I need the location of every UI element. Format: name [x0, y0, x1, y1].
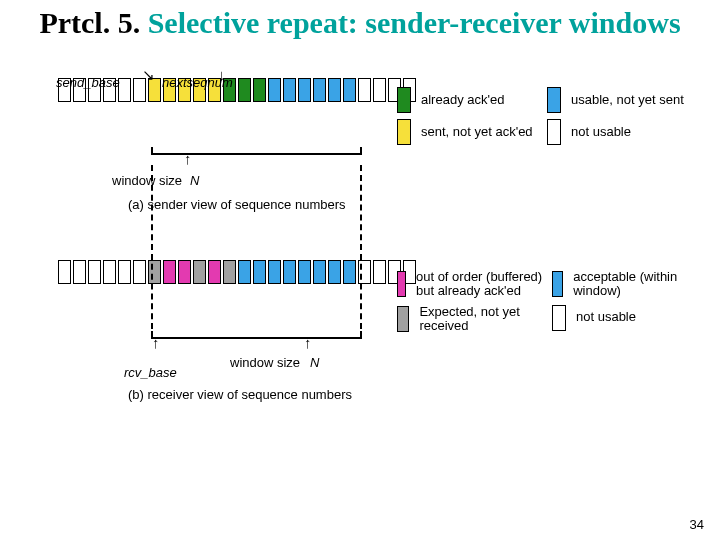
- legend-text: not usable: [571, 125, 631, 139]
- swatch-not-usable-r: [552, 305, 566, 331]
- label-window-size-b: window size: [230, 355, 300, 370]
- seq-cell: [343, 260, 356, 284]
- dashed-guide: [360, 165, 362, 329]
- seq-cell: [238, 78, 251, 102]
- title-main: Selective repeat: sender-receiver window…: [148, 6, 681, 39]
- legend-text: not usable: [576, 310, 636, 324]
- label-N-b: N: [310, 355, 319, 370]
- legend-text: usable, not yet sent: [571, 93, 684, 107]
- swatch-not-usable: [547, 119, 561, 145]
- seq-cell: [103, 260, 116, 284]
- seq-cell: [223, 260, 236, 284]
- seq-cell: [58, 260, 71, 284]
- seq-cell: [373, 260, 386, 284]
- seq-cell: [133, 260, 146, 284]
- seq-cell: [253, 78, 266, 102]
- swatch-acceptable: [552, 271, 563, 297]
- seq-cell: [328, 78, 341, 102]
- seq-cell: [373, 78, 386, 102]
- seq-cell: [238, 260, 251, 284]
- seq-cell: [328, 260, 341, 284]
- legend-text: Expected, not yet received: [419, 305, 552, 334]
- swatch-out-of-order: [397, 271, 406, 297]
- diagram-container: send_base nextseqnum ↘ ↓ ↑ window size N…: [52, 75, 692, 287]
- seq-cell: [118, 260, 131, 284]
- legend-sender: already ack'ed sent, not yet ack'ed usab…: [397, 87, 692, 151]
- seq-cell: [253, 260, 266, 284]
- window-bracket-line: [151, 153, 362, 155]
- swatch-expected: [397, 306, 409, 332]
- seq-cell: [343, 78, 356, 102]
- seq-cell: [283, 78, 296, 102]
- seq-cell: [88, 260, 101, 284]
- caption-b: (b) receiver view of sequence numbers: [128, 387, 352, 402]
- swatch-usable: [547, 87, 561, 113]
- seq-cell: [358, 78, 371, 102]
- seq-cell: [163, 260, 176, 284]
- legend-text: out of order (buffered) but already ack'…: [416, 270, 552, 299]
- seq-cell: [298, 78, 311, 102]
- title-prefix: Prtcl. 5.: [39, 6, 140, 39]
- label-send-base: send_base: [56, 75, 120, 90]
- seq-cell: [193, 260, 206, 284]
- legend-text: sent, not yet ack'ed: [421, 125, 533, 139]
- dashed-guide: [151, 165, 153, 329]
- slide-title: Prtcl. 5. Selective repeat: sender-recei…: [0, 6, 720, 39]
- label-rcv-base: rcv_base: [124, 365, 177, 380]
- seq-cell: [298, 260, 311, 284]
- legend-text: already ack'ed: [421, 93, 504, 107]
- page-number: 34: [690, 517, 704, 532]
- swatch-already-acked: [397, 87, 411, 113]
- legend-text: acceptable (within window): [573, 270, 692, 299]
- swatch-sent-not-acked: [397, 119, 411, 145]
- seq-cell: [208, 260, 221, 284]
- seq-cell: [73, 260, 86, 284]
- seq-cell: [268, 260, 281, 284]
- legend-receiver: out of order (buffered) but already ack'…: [397, 270, 692, 339]
- seq-cell: [283, 260, 296, 284]
- seq-cell: [268, 78, 281, 102]
- label-window-size-a: window size: [112, 173, 182, 188]
- seq-cell: [313, 260, 326, 284]
- seq-cell: [178, 260, 191, 284]
- seq-cell: [118, 78, 131, 102]
- window-bracket-line: [151, 337, 362, 339]
- caption-a: (a) sender view of sequence numbers: [128, 197, 346, 212]
- seq-cell: [313, 78, 326, 102]
- label-N-a: N: [190, 173, 199, 188]
- seq-cell: [148, 260, 161, 284]
